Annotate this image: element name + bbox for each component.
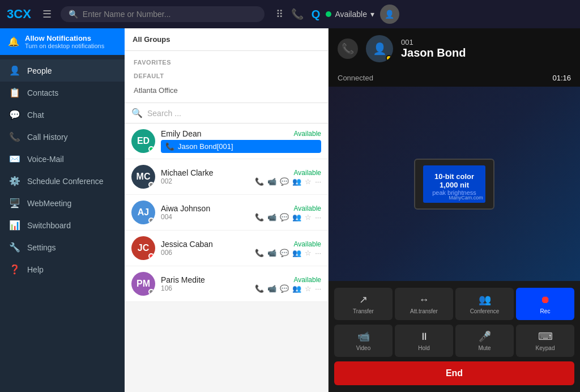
call-action-icon[interactable]: 📞 xyxy=(255,177,264,186)
more-action-icon[interactable]: ··· xyxy=(315,177,321,186)
menu-icon[interactable]: ☰ xyxy=(42,8,52,20)
hold-icon: ⏸ xyxy=(419,331,429,343)
presence-dot xyxy=(148,182,154,188)
sidebar: 🔔 Allow Notifications Turn on desktop no… xyxy=(0,28,125,392)
call-action-icon[interactable]: 📞 xyxy=(255,284,264,293)
sidebar-item-people[interactable]: 👤 People xyxy=(0,59,125,82)
sidebar-item-switchboard[interactable]: 📊 Switchboard xyxy=(0,214,125,236)
list-item[interactable]: MC Michael Clarke Available 002 📞 📹 💬 xyxy=(125,159,328,195)
sidebar-item-webmeeting[interactable]: 🖥️ WebMeeting xyxy=(0,192,125,214)
star-action-icon[interactable]: ☆ xyxy=(305,284,312,293)
monitor-display: 10-bit color 1,000 nit peak brightness M… xyxy=(414,159,494,210)
favorites-label: FAVORITES xyxy=(125,54,328,68)
sidebar-item-contacts[interactable]: 📋 Contacts xyxy=(0,82,125,104)
more-action-icon[interactable]: ··· xyxy=(315,284,321,293)
end-call-button[interactable]: End xyxy=(334,361,574,385)
monitor-text-line1: 10-bit color xyxy=(432,172,476,181)
contact-status: Available xyxy=(294,130,321,138)
call-controls-row1: ↗ Transfer ↔ Att.transfer 👥 Conference ⏺… xyxy=(334,288,574,320)
transfer-button[interactable]: ↗ Transfer xyxy=(334,288,393,320)
global-search-bar[interactable]: 🔍 xyxy=(61,6,265,22)
q-icon[interactable]: Q xyxy=(312,8,321,21)
conference-button[interactable]: 👥 Conference xyxy=(455,288,514,320)
keypad-button[interactable]: ⌨ Keypad xyxy=(516,325,574,357)
list-item[interactable]: AJ Aiwa Johnson Available 004 📞 📹 💬 xyxy=(125,195,328,231)
presence-dot xyxy=(148,218,154,223)
phone-icon[interactable]: 📞 xyxy=(291,8,304,20)
logo-prefix: 3 xyxy=(7,7,14,21)
grid-icon[interactable]: ⠿ xyxy=(276,8,283,20)
notification-banner[interactable]: 🔔 Allow Notifications Turn on desktop no… xyxy=(0,28,125,55)
conference-label: Conference xyxy=(470,308,500,314)
call-controls-row2: 📹 Video ⏸ Hold 🎤 Mute ⌨ Keypad xyxy=(334,325,574,357)
more-action-icon[interactable]: ··· xyxy=(315,249,321,257)
group-action-icon[interactable]: 👥 xyxy=(292,213,301,221)
sidebar-item-label-webmeeting: WebMeeting xyxy=(27,199,71,208)
global-search-input[interactable] xyxy=(83,10,257,19)
call-header: 📞 👤 001 Jason Bond xyxy=(329,28,580,69)
contact-name: Michael Clarke xyxy=(161,168,214,177)
video-action-icon[interactable]: 📹 xyxy=(267,249,276,257)
star-action-icon[interactable]: ☆ xyxy=(305,249,312,257)
person-icon: 👤 xyxy=(9,65,20,76)
contact-search-bar[interactable]: 🔍 xyxy=(125,103,328,123)
active-call-label: Jason Bond[001] xyxy=(178,142,233,151)
sidebar-item-help[interactable]: ❓ Help xyxy=(0,258,125,280)
user-avatar[interactable]: 👤 xyxy=(380,5,399,24)
group-item-atlanta[interactable]: Atlanta Office xyxy=(125,82,328,99)
notification-subtitle: Turn on desktop notifications xyxy=(25,42,104,49)
presence-dot xyxy=(148,253,154,259)
contact-search-icon: 🔍 xyxy=(131,108,143,118)
chat-action-icon[interactable]: 💬 xyxy=(280,177,289,186)
avatar: AJ xyxy=(131,201,155,224)
list-item[interactable]: JC Jessica Caban Available 006 📞 📹 💬 xyxy=(125,231,328,266)
sidebar-item-settings[interactable]: 🔧 Settings xyxy=(0,236,125,258)
rec-button[interactable]: ⏺ Rec xyxy=(516,288,574,320)
sidebar-item-chat[interactable]: 💬 Chat xyxy=(0,104,125,126)
list-item[interactable]: PM Paris Medite Available 106 📞 📹 💬 xyxy=(125,266,328,302)
chat-action-icon[interactable]: 💬 xyxy=(280,284,289,293)
chat-action-icon[interactable]: 💬 xyxy=(280,249,289,257)
avatar: PM xyxy=(131,272,155,296)
call-phone-icon: 📞 xyxy=(338,39,358,59)
video-icon: 📹 xyxy=(357,330,370,343)
sidebar-item-schedule-conference[interactable]: ⚙️ Schedule Conference xyxy=(0,170,125,192)
hold-button[interactable]: ⏸ Hold xyxy=(395,325,453,357)
star-action-icon[interactable]: ☆ xyxy=(305,177,312,186)
rec-label: Rec xyxy=(540,308,551,314)
contact-name: Paris Medite xyxy=(161,275,205,284)
manycam-watermark: ManyCam.com xyxy=(449,195,483,201)
video-button[interactable]: 📹 Video xyxy=(334,325,393,357)
sidebar-item-voicemail[interactable]: ✉️ Voice-Mail xyxy=(0,148,125,170)
sidebar-item-label-switchboard: Switchboard xyxy=(27,221,71,230)
search-icon: 🔍 xyxy=(69,10,78,19)
app-logo: 3CX xyxy=(7,7,31,22)
group-action-icon[interactable]: 👥 xyxy=(292,249,301,257)
call-action-icon[interactable]: 📞 xyxy=(255,213,264,221)
keypad-label: Keypad xyxy=(536,345,555,351)
mute-button[interactable]: 🎤 Mute xyxy=(455,325,514,357)
group-action-icon[interactable]: 👥 xyxy=(292,177,301,186)
video-action-icon[interactable]: 📹 xyxy=(267,177,276,186)
contacts-icon: 📋 xyxy=(9,87,20,98)
group-action-icon[interactable]: 👥 xyxy=(292,284,301,293)
sidebar-item-label-contacts: Contacts xyxy=(27,88,58,97)
sidebar-item-call-history[interactable]: 📞 Call History xyxy=(0,126,125,148)
more-action-icon[interactable]: ··· xyxy=(315,213,321,221)
video-action-icon[interactable]: 📹 xyxy=(267,284,276,293)
chat-action-icon[interactable]: 💬 xyxy=(280,213,289,221)
status-button[interactable]: Available ▾ xyxy=(326,10,374,19)
video-action-icon[interactable]: 📹 xyxy=(267,213,276,221)
list-item[interactable]: ED Emily Dean Available 📞 Jason Bond[001… xyxy=(125,123,328,159)
contact-search-input[interactable] xyxy=(147,109,321,118)
star-action-icon[interactable]: ☆ xyxy=(305,213,312,221)
att-transfer-label: Att.transfer xyxy=(410,308,438,314)
call-action-icon[interactable]: 📞 xyxy=(255,249,264,257)
webmeeting-icon: 🖥️ xyxy=(9,198,20,208)
call-ext: 001 xyxy=(401,38,571,46)
att-transfer-button[interactable]: ↔ Att.transfer xyxy=(395,288,453,320)
contact-status: Available xyxy=(294,169,321,177)
contact-name: Emily Dean xyxy=(161,129,202,138)
bell-icon: 🔔 xyxy=(8,36,19,47)
contact-info: Paris Medite Available 106 📞 📹 💬 👥 ☆ ··· xyxy=(161,275,321,293)
